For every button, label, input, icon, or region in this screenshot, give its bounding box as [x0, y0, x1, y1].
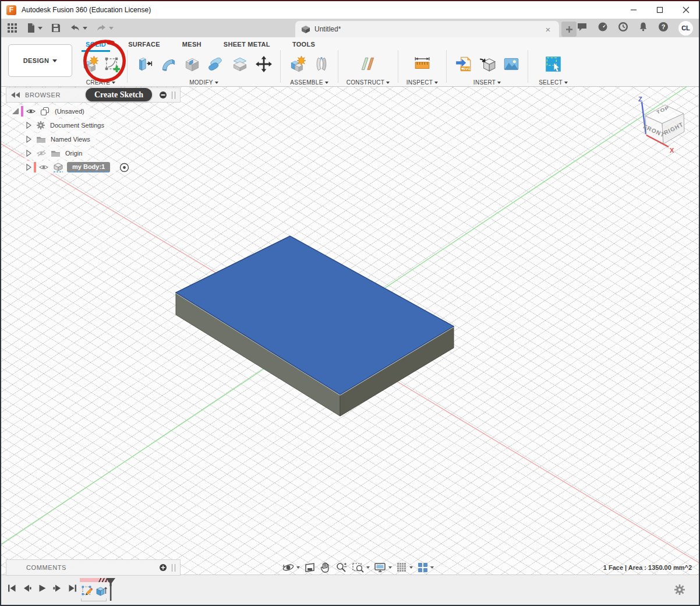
undo-button[interactable] [67, 20, 90, 36]
job-status-button[interactable] [598, 22, 608, 34]
skip-to-start-button[interactable] [7, 583, 17, 593]
insert-svg-button[interactable]: SVG [451, 51, 475, 77]
tab-surface[interactable]: SURFACE [126, 40, 162, 49]
construction-plane-icon [359, 55, 377, 73]
timeline-playhead[interactable] [105, 577, 116, 601]
construct-group-dropdown[interactable]: CONSTRUCT [347, 79, 390, 86]
workspace-selector-button[interactable]: DESIGN [8, 44, 72, 77]
save-button[interactable] [48, 20, 63, 36]
bell-icon [638, 22, 648, 32]
minimize-icon [630, 6, 637, 13]
user-avatar[interactable]: CL [678, 21, 693, 36]
comments-panel[interactable]: COMMENTS [6, 559, 181, 576]
expander-collapsed-icon[interactable] [24, 135, 33, 143]
help-button[interactable]: ? [658, 22, 669, 34]
pan-button[interactable] [320, 562, 331, 573]
select-button[interactable] [542, 51, 565, 77]
file-menu-button[interactable] [23, 20, 45, 36]
step-forward-button[interactable] [52, 583, 62, 593]
visibility-eye-icon[interactable] [38, 164, 49, 171]
tree-row-origin[interactable]: Origin [6, 146, 181, 160]
insert-group-dropdown[interactable]: INSERT [473, 79, 501, 86]
panel-drag-handle[interactable] [172, 91, 175, 99]
panel-drag-handle[interactable] [172, 564, 175, 572]
expander-collapsed-icon[interactable] [24, 163, 33, 171]
inspect-group-dropdown[interactable]: INSPECT [406, 79, 438, 86]
insert-derive-button[interactable] [475, 51, 499, 77]
comments-button[interactable] [577, 22, 588, 34]
extrude-icon [136, 55, 153, 73]
collapse-panel-icon[interactable] [11, 92, 20, 98]
timeline-settings-gear-icon[interactable] [673, 583, 686, 596]
grid-settings-button[interactable] [396, 562, 413, 573]
document-cube-icon [301, 25, 310, 34]
hole-button[interactable] [180, 51, 204, 77]
tree-row-document[interactable]: (Unsaved) [6, 104, 181, 118]
orbit-button[interactable] [282, 562, 300, 573]
zoom-button[interactable] [335, 562, 348, 573]
combine-button[interactable] [204, 51, 228, 77]
tab-tools[interactable]: TOOLS [291, 40, 317, 49]
comments-title: COMMENTS [26, 564, 66, 571]
tab-mesh[interactable]: MESH [181, 40, 203, 49]
viewcube[interactable]: TOP FRONT RIGHT Z X [631, 94, 700, 156]
fusion-logo-icon: F [6, 5, 16, 15]
new-component-button[interactable] [285, 51, 309, 77]
display-settings-button[interactable] [374, 562, 392, 573]
fit-button[interactable] [352, 562, 370, 573]
canvas-button[interactable] [499, 51, 523, 77]
dropdown-arrow-icon [366, 566, 370, 569]
expander-collapsed-icon[interactable] [24, 149, 33, 157]
extrude-button[interactable] [132, 51, 156, 77]
skip-to-end-button[interactable] [68, 583, 77, 593]
notifications-button[interactable] [638, 22, 648, 34]
dropdown-arrow-icon [388, 566, 392, 569]
tree-row-document-settings[interactable]: Document Settings [6, 118, 181, 132]
new-tab-button[interactable] [561, 22, 577, 37]
revolve-button[interactable] [156, 51, 180, 77]
grid-settings-icon [396, 562, 408, 573]
update-status-button[interactable] [618, 22, 628, 34]
dropdown-arrow-icon [430, 566, 434, 569]
redo-button[interactable] [93, 20, 116, 36]
new-component-icon [289, 55, 306, 73]
visibility-off-eye-icon[interactable] [36, 150, 47, 157]
add-comment-icon[interactable] [159, 563, 167, 572]
maximize-button[interactable] [646, 1, 673, 19]
file-dropdown-icon [38, 27, 43, 30]
tab-close-icon[interactable]: × [543, 24, 553, 34]
tab-sheet-metal[interactable]: SHEET METAL [222, 40, 272, 49]
remove-panel-icon[interactable] [159, 91, 167, 99]
step-forward-icon [52, 583, 62, 593]
tree-row-body[interactable]: my Body:1 [6, 160, 181, 174]
minimize-button[interactable] [620, 1, 646, 19]
move-button[interactable] [252, 51, 275, 77]
measure-button[interactable] [411, 51, 434, 77]
construction-plane-button[interactable] [356, 51, 380, 77]
app-grid-button[interactable] [5, 20, 20, 36]
visibility-eye-icon[interactable] [26, 108, 36, 115]
move-icon [255, 55, 273, 73]
assemble-group-dropdown[interactable]: ASSEMBLE [290, 79, 328, 86]
modify-group-dropdown[interactable]: MODIFY [189, 79, 218, 86]
dropdown-arrow-icon [296, 566, 300, 569]
expander-collapsed-icon[interactable] [24, 121, 33, 129]
folder-icon [51, 149, 61, 157]
undo-icon [69, 23, 81, 33]
select-group-dropdown[interactable]: SELECT [539, 79, 568, 86]
viewports-button[interactable] [417, 562, 434, 573]
tree-row-named-views[interactable]: Named Views [6, 132, 181, 146]
activate-component-radio[interactable] [119, 163, 129, 172]
group-insert: SVG [451, 50, 523, 86]
step-back-button[interactable] [22, 583, 32, 593]
close-button[interactable] [673, 1, 699, 19]
group-separator [127, 50, 128, 83]
joint-button[interactable] [309, 51, 333, 77]
look-at-button[interactable] [304, 562, 316, 573]
group-inspect: INSPECT [403, 50, 441, 86]
timeline-sketch-feature[interactable] [81, 584, 93, 597]
expander-expanded-icon[interactable] [12, 107, 20, 115]
shell-button[interactable] [228, 51, 252, 77]
play-button[interactable] [37, 583, 47, 593]
document-tab[interactable]: Untitled* × [295, 21, 559, 37]
